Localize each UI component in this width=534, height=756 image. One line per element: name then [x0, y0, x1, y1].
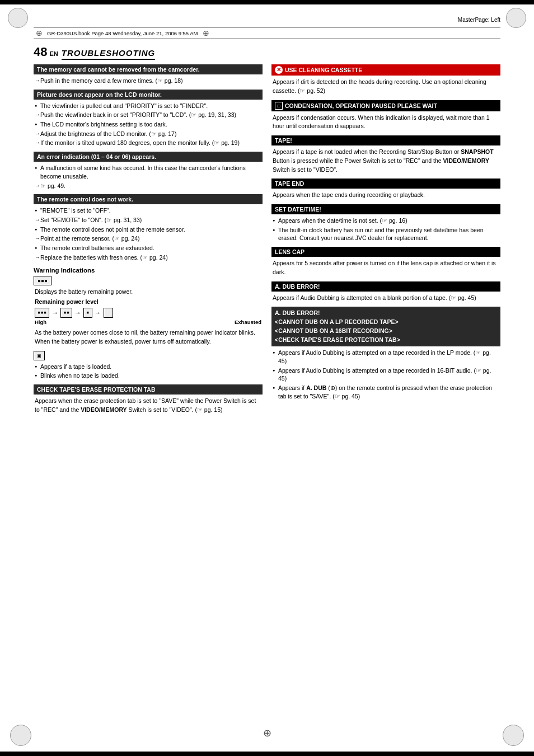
section-content-error: A malfunction of some kind has occured. … [34, 164, 263, 190]
snapshot-bold: SNAPSHOT [461, 148, 493, 155]
corner-circle-bl [10, 725, 31, 746]
remaining-power-label: Remaining power level [35, 298, 261, 307]
battery-description: Displays the battery remaining power. [35, 288, 261, 297]
section-title-dub-1: A. DUB ERROR! [271, 281, 500, 292]
arrow-item: ☞ pg. 49. [35, 182, 261, 190]
section-content-lens-cap: Appears for 5 seconds after power is tur… [271, 259, 500, 277]
battery-level-2: ▪▪ [60, 308, 72, 318]
battery-detail-text: As the battery power comes close to nil,… [35, 328, 261, 346]
section-title: TROUBLESHOOTING [62, 48, 156, 60]
arrow-2: → [74, 308, 81, 318]
section-content-memory-card: Push in the memory card a few more times… [34, 77, 263, 85]
section-title-condensation: □ CONDENSATION, OPERATION PAUSED PLEASE … [271, 100, 500, 111]
section-title-tape-end: TAPE END [271, 179, 500, 189]
section-title-memory-card: The memory card cannot be removed from t… [34, 64, 263, 74]
bullet-list-remote: "REMOTE" is set to "OFF". [35, 206, 261, 215]
section-content-check-tape: Appears when the erase protection tab is… [34, 397, 263, 415]
top-bar [0, 0, 534, 4]
section-condensation: □ CONDENSATION, OPERATION PAUSED PLEASE … [271, 100, 500, 132]
section-content-remote: "REMOTE" is set to "OFF". Set "REMOTE" t… [34, 206, 263, 261]
list-item: The LCD monitor's brightness setting is … [35, 120, 261, 129]
crosshair-symbol: ⊕ [36, 29, 43, 37]
right-column: ✕ USE CLEANING CASSETTE Appears if dirt … [271, 64, 500, 419]
main-content: 48 EN TROUBLESHOOTING The memory card ca… [34, 45, 500, 711]
section-dub-error-1: A. DUB ERROR! Appears if Audio Dubbing i… [271, 281, 500, 303]
warning-indications-heading: Warning Indications [34, 267, 263, 274]
section-content-tape-warning: Appears if a tape is not loaded when the… [271, 148, 500, 174]
video-memory-bold2: VIDEO/MEMORY [443, 157, 489, 164]
exhausted-label: Exhausted [235, 318, 261, 326]
condensation-icon: □ [275, 102, 283, 110]
a-dub-bold: A. DUB [306, 384, 326, 391]
section-error: An error indication (01 – 04 or 06) appe… [34, 152, 263, 190]
battery-level-3: ▪ [83, 308, 92, 318]
file-info-bar: ⊕ GR-D390US.book Page 48 Wednesday, June… [34, 27, 500, 39]
bottom-bar [0, 752, 534, 756]
page-number: 48 [34, 45, 47, 59]
corner-circle-br [503, 725, 524, 746]
section-content-battery: Displays the battery remaining power. Re… [34, 288, 263, 346]
section-title-cleaning: ✕ USE CLEANING CASSETTE [271, 64, 500, 76]
left-column: The memory card cannot be removed from t… [34, 64, 263, 419]
section-cleaning: ✕ USE CLEANING CASSETTE Appears if dirt … [271, 64, 500, 96]
section-content-cleaning: Appears if dirt is detected on the heads… [271, 78, 500, 96]
arrow-item: Push in the memory card a few more times… [35, 77, 261, 85]
arrow-1: → [51, 308, 58, 318]
section-content-condensation: Appears if condensation occurs. When thi… [271, 114, 500, 132]
section-battery: ▪▪▪ Displays the battery remaining power… [34, 276, 263, 346]
corner-circle-tr [506, 8, 526, 28]
section-content-dub-1: Appears if Audio Dubbing is attempted on… [271, 294, 500, 303]
page-wrapper: MasterPage: Left ⊕ GR-D390US.book Page 4… [0, 0, 534, 756]
section-title-lcd: Picture does not appear on the LCD monit… [34, 90, 263, 100]
arrow-item: If the monitor is tilted upward 180 degr… [35, 139, 261, 147]
bottom-crosshair: ⊕ [263, 727, 271, 739]
battery-level-4 [104, 308, 113, 318]
page-title-row: 48 EN TROUBLESHOOTING [34, 45, 500, 60]
bullet-list-remote3: The remote control batteries are exhaust… [35, 244, 261, 252]
bullet-list-lcd2: The LCD monitor's brightness setting is … [35, 120, 261, 129]
list-item: The remote control does not point at the… [35, 226, 261, 234]
arrow-item: Point at the remote sensor. (☞ pg. 24) [35, 234, 261, 243]
battery-icon: ▪▪▪ [34, 276, 51, 285]
arrow-3: → [95, 308, 101, 318]
section-content-lcd: The viewfinder is pulled out and "PRIORI… [34, 102, 263, 147]
section-check-tape: CHECK TAPE'S ERASE PROTECTION TAB Appear… [34, 384, 263, 415]
section-title-dub-2: A. DUB ERROR! <CANNOT DUB ON A LP RECORD… [271, 307, 500, 346]
bullet-list-remote2: The remote control does not point at the… [35, 226, 261, 234]
list-item: Appears if Audio Dubbing is attempted on… [273, 349, 499, 365]
file-info-text: GR-D390US.book Page 48 Wednesday, June 2… [47, 30, 198, 36]
section-title-check-tape: CHECK TAPE'S ERASE PROTECTION TAB [34, 384, 263, 395]
section-title-tape-warning: TAPE! [271, 135, 500, 145]
bullet-list-dub-2: Appears if Audio Dubbing is attempted on… [273, 349, 499, 400]
list-item: Appears when the date/time is not set. (… [273, 217, 499, 225]
tape-icon-container: ▣ [34, 351, 263, 360]
section-title-set-date: SET DATE/TIME! [271, 204, 500, 214]
list-item: Appears if a tape is loaded. [35, 363, 261, 371]
battery-levels-row: ▪▪▪ → ▪▪ → ▪ → [35, 308, 261, 318]
section-title-remote: The remote control does not work. [34, 194, 263, 204]
high-label: High [35, 318, 46, 326]
cleaning-title-text: USE CLEANING CASSETTE [285, 67, 362, 73]
section-set-date-time: SET DATE/TIME! Appears when the date/tim… [271, 204, 500, 242]
list-item: A malfunction of some kind has occured. … [35, 164, 261, 180]
bullet-list-lcd: The viewfinder is pulled out and "PRIORI… [35, 102, 261, 110]
section-title-lens-cap: LENS CAP [271, 247, 500, 257]
section-tape-icon: ▣ Appears if a tape is loaded. Blinks wh… [34, 351, 263, 380]
section-remote: The remote control does not work. "REMOT… [34, 194, 263, 261]
section-content-tape-end: Appears when the tape ends during record… [271, 191, 500, 200]
section-lcd-monitor: Picture does not appear on the LCD monit… [34, 90, 263, 147]
arrow-item: Push the viewfinder back in or set "PRIO… [35, 111, 261, 119]
section-tape-end: TAPE END Appears when the tape ends duri… [271, 179, 500, 200]
section-content-tape-icon: Appears if a tape is loaded. Blinks when… [34, 363, 263, 380]
section-content-set-date: Appears when the date/time is not set. (… [271, 217, 500, 242]
arrow-item: Replace the batteries with fresh ones. (… [35, 253, 261, 262]
video-memory-bold: VIDEO/MEMORY [81, 406, 127, 413]
arrow-item: Set "REMOTE" to "ON". (☞ pg. 31, 33) [35, 216, 261, 224]
tape-icon: ▣ [34, 351, 45, 360]
crosshair-symbol-right: ⊕ [203, 29, 209, 37]
page-en: EN [49, 50, 58, 57]
list-item: The remote control batteries are exhaust… [35, 244, 261, 252]
list-item: "REMOTE" is set to "OFF". [35, 206, 261, 215]
section-content-dub-2: Appears if Audio Dubbing is attempted on… [271, 349, 500, 400]
arrow-item: Adjust the brightness of the LCD monitor… [35, 130, 261, 138]
